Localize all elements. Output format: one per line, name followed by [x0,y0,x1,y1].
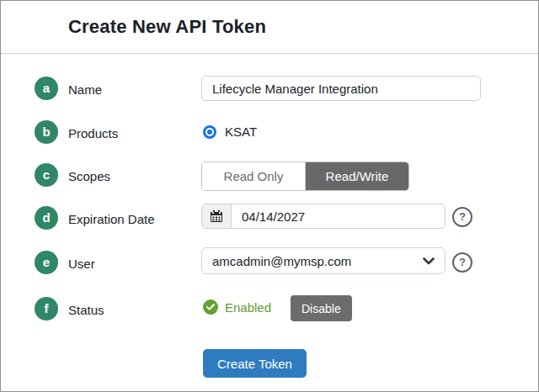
ksat-radio[interactable] [203,125,216,139]
calendar-icon [202,204,232,228]
expiration-date-label: Expiration Date [68,212,155,226]
read-only-button[interactable]: Read Only [202,162,306,190]
chevron-down-icon [423,257,435,265]
products-label: Products [68,126,118,140]
name-label: Name [68,82,102,97]
step-badge-f: f [35,297,58,320]
status-indicator: Enabled [203,299,271,315]
dialog-header: Create New API Token [1,1,538,54]
create-token-button[interactable]: Create Token [203,349,307,378]
expiration-help-icon[interactable]: ? [452,207,472,227]
scopes-label: Scopes [68,169,110,183]
ksat-radio-label: KSAT [225,124,257,139]
product-radio-group: KSAT [203,124,257,139]
step-badge-e: e [35,251,58,274]
step-badge-b: b [35,120,58,144]
status-value: Enabled [225,300,271,315]
user-label: User [68,257,95,271]
step-badge-a: a [35,77,58,100]
expiration-date-value[interactable]: 04/14/2027 [232,204,445,228]
check-circle-icon [203,299,218,315]
user-select[interactable]: amcadmin@mymsp.com [201,247,446,274]
page-title: Create New API Token [68,1,266,53]
status-label: Status [68,303,104,317]
create-api-token-dialog: Create New API Token a Name b Products K… [0,0,539,392]
user-help-icon[interactable]: ? [452,252,472,273]
name-input[interactable] [201,76,481,101]
step-badge-c: c [35,163,58,187]
user-select-value: amcadmin@mymsp.com [212,254,423,268]
read-write-button[interactable]: Read/Write [306,162,408,190]
scopes-segmented-control: Read Only Read/Write [201,162,409,191]
disable-button[interactable]: Disable [291,295,352,321]
expiration-date-input-group[interactable]: 04/14/2027 [201,204,446,229]
step-badge-d: d [35,206,58,230]
